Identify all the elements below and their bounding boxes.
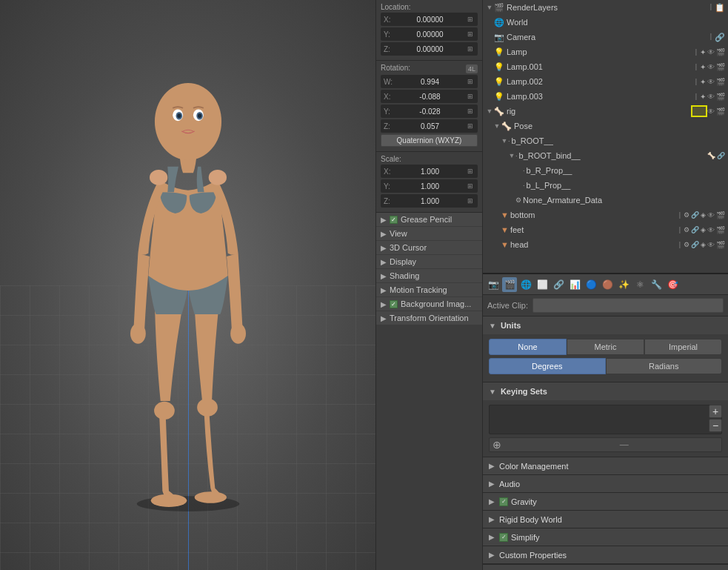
feet-eye[interactable]: 👁	[707, 226, 715, 234]
location-y-label: Y:	[384, 30, 394, 39]
view-section[interactable]: ▶ View	[376, 227, 482, 240]
outliner-item-world[interactable]: 🌐 World	[483, 15, 728, 30]
outliner-item-brprop[interactable]: · b_R_Prop__	[483, 163, 728, 178]
active-clip-input[interactable]	[532, 298, 724, 313]
scale-z-value: 1.000	[394, 197, 466, 205]
rotation-label: Rotation:	[381, 64, 410, 72]
expand-icon: ▼	[486, 4, 493, 11]
location-z-row[interactable]: Z: 0.00000 ⊞	[381, 42, 478, 56]
keying-bar[interactable]: ⊕ —	[489, 437, 722, 452]
pipe-separator: |	[710, 3, 712, 13]
head-eye[interactable]: 👁	[707, 241, 715, 249]
svg-point-3	[154, 401, 175, 419]
units-metric-btn[interactable]: Metric	[567, 339, 644, 355]
shading-arrow: ▶	[381, 272, 387, 280]
units-imperial-btn[interactable]: Imperial	[644, 339, 722, 355]
simplify-checkbox[interactable]: ✓	[499, 533, 508, 542]
keying-sets-header[interactable]: ▼ Keying Sets	[483, 382, 728, 400]
outliner-item-blprop[interactable]: · b_L_Prop__	[483, 178, 728, 193]
world-icon: 🌐	[493, 16, 505, 28]
rotation-x-row[interactable]: X: -0.088 ⊞	[381, 90, 478, 103]
lamp-eye[interactable]: 👁	[707, 48, 715, 56]
svg-point-14	[150, 170, 167, 185]
outliner-item-brootbind[interactable]: ▼ · b_ROOT_bind__ 🦴 🔗	[483, 148, 728, 163]
scale-z-row[interactable]: Z: 1.000 ⊞	[381, 194, 478, 208]
keying-add-btn[interactable]: +	[709, 405, 722, 418]
rotation-w-row[interactable]: W: 0.994 ⊞	[381, 75, 478, 88]
outliner-item-armdata[interactable]: ⚙ None_Armature_Data	[483, 193, 728, 208]
outliner-item-head[interactable]: ▼ head | ⚙ 🔗 ◈ 👁 🎬	[483, 237, 728, 252]
background-images-section[interactable]: ▶ ✓ Background Imag...	[376, 297, 482, 311]
outliner-item-feet[interactable]: ▼ feet | ⚙ 🔗 ◈ 👁 🎬	[483, 222, 728, 237]
bottom-actions: | ⚙ 🔗 ◈ 👁 🎬	[679, 211, 725, 219]
lamp003-eye[interactable]: 👁	[707, 93, 715, 101]
custom-props-section[interactable]: ▶ Custom Properties	[483, 546, 728, 564]
bg-images-checkbox[interactable]: ✓	[390, 300, 398, 308]
toolbar-extra2-icon[interactable]: 🎯	[665, 277, 680, 292]
keying-remove-btn[interactable]: −	[709, 419, 722, 432]
scale-x-row[interactable]: X: 1.000 ⊞	[381, 165, 478, 178]
lamp-actions: | ✦ 👁 🎬	[695, 48, 725, 56]
motion-tracking-section[interactable]: ▶ Motion Tracking	[376, 283, 482, 296]
lamp001-eye[interactable]: 👁	[707, 63, 715, 71]
rig-eye[interactable]: 👁	[707, 107, 715, 116]
quaternion-mode[interactable]: Quaternion (WXYZ)	[381, 134, 478, 147]
audio-section[interactable]: ▶ Audio	[483, 475, 728, 493]
head-render: 🎬	[716, 241, 725, 249]
s4studio-section[interactable]: ▼ S4Studio CAS Tools	[483, 564, 728, 570]
toolbar-object-icon[interactable]: ⬜	[535, 277, 550, 292]
keying-content: + − ⊕ —	[483, 400, 728, 457]
outliner-item-rig[interactable]: ▼ 🦴 rig 👁 🎬	[483, 104, 728, 119]
toolbar-render-icon[interactable]: 📷	[486, 277, 501, 292]
outliner-item-lamp002[interactable]: 💡 Lamp.002 | ✦ 👁 🎬	[483, 74, 728, 89]
brprop-name: b_R_Prop__	[527, 166, 725, 175]
rig-icon: 🦴	[493, 105, 505, 117]
outliner-item-lamp[interactable]: 💡 Lamp | ✦ 👁 🎬	[483, 44, 728, 59]
scale-y-row[interactable]: Y: 1.000 ⊞	[381, 179, 478, 193]
toolbar-world-icon[interactable]: 🌐	[518, 277, 533, 292]
location-y-row[interactable]: Y: 0.00000 ⊞	[381, 27, 478, 41]
toolbar-material-icon[interactable]: 🔵	[584, 277, 598, 292]
rig-highlight-box[interactable]	[691, 105, 707, 117]
gravity-checkbox[interactable]: ✓	[499, 497, 508, 506]
toolbar-scene-icon[interactable]: 🎬	[502, 277, 517, 292]
display-section[interactable]: ▶ Display	[376, 255, 482, 268]
gravity-section[interactable]: ▶ ✓ Gravity	[483, 493, 728, 511]
color-management-section[interactable]: ▶ Color Management	[483, 457, 728, 475]
toolbar-constraints-icon[interactable]: 🔗	[551, 277, 566, 292]
outliner-item-bottom[interactable]: ▼ bottom | ⚙ 🔗 ◈ 👁 🎬	[483, 208, 728, 222]
keying-title: Keying Sets	[501, 387, 547, 396]
cursor-3d-section[interactable]: ▶ 3D Cursor	[376, 241, 482, 254]
toolbar-physics-icon[interactable]: ⚛	[632, 277, 647, 292]
toolbar-data-icon[interactable]: 📊	[567, 277, 582, 292]
units-header[interactable]: ▼ Units	[483, 317, 728, 334]
rotation-z-row[interactable]: Z: 0.057 ⊞	[381, 119, 478, 133]
units-degrees-btn[interactable]: Degrees	[489, 358, 606, 374]
simplify-section[interactable]: ▶ ✓ Simplify	[483, 528, 728, 546]
outliner-item-camera[interactable]: 📷 Camera | 🔗	[483, 30, 728, 44]
grease-pencil-checkbox[interactable]: ✓	[390, 216, 398, 224]
toolbar-extra1-icon[interactable]: 🔧	[649, 277, 664, 292]
shading-section[interactable]: ▶ Shading	[376, 269, 482, 282]
bottom-icon3: ◈	[701, 211, 706, 219]
blprop-name: b_L_Prop__	[527, 181, 725, 190]
transform-orientation-section[interactable]: ▶ Transform Orientation	[376, 311, 482, 325]
viewport-3d[interactable]	[0, 0, 375, 570]
rotation-y-row[interactable]: Y: -0.028 ⊞	[381, 105, 478, 118]
outliner-item-lamp003[interactable]: 💡 Lamp.003 | ✦ 👁 🎬	[483, 89, 728, 104]
toolbar-particles-icon[interactable]: ✨	[616, 277, 631, 292]
rotation-w-label: W:	[384, 78, 394, 86]
location-x-row[interactable]: X: 0.00000 ⊞	[381, 13, 478, 26]
gravity-title: Gravity	[511, 497, 537, 506]
outliner-item-lamp001[interactable]: 💡 Lamp.001 | ✦ 👁 🎬	[483, 59, 728, 74]
outliner-item-renderlayers[interactable]: ▼ 🎬 RenderLayers | 📋	[483, 0, 728, 15]
grease-pencil-section[interactable]: ▶ ✓ Grease Pencil	[376, 213, 482, 226]
outliner-item-pose[interactable]: ▼ 🦴 Pose	[483, 119, 728, 133]
lamp002-eye[interactable]: 👁	[707, 78, 715, 86]
rigid-body-section[interactable]: ▶ Rigid Body World	[483, 511, 728, 528]
toolbar-texture-icon[interactable]: 🟤	[600, 277, 615, 292]
bottom-eye[interactable]: 👁	[707, 211, 715, 219]
units-none-btn[interactable]: None	[489, 339, 567, 355]
units-radians-btn[interactable]: Radians	[606, 358, 723, 374]
outliner-item-broot[interactable]: ▼ · b_ROOT__	[483, 133, 728, 148]
